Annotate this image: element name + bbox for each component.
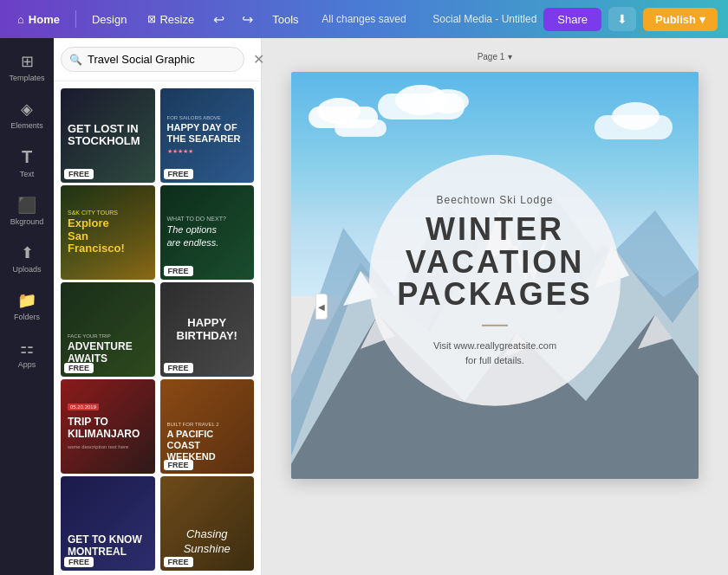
circle-divider: [482, 325, 508, 326]
text-label: Text: [20, 170, 35, 178]
tools-button[interactable]: Tools: [265, 10, 305, 29]
nav-divider-1: [75, 10, 76, 28]
design-button[interactable]: Design: [85, 10, 133, 29]
search-wrapper: 🔍: [61, 47, 244, 72]
left-sidebar: ⊞ Templates ◈ Elements T Text ⬛ Bkground…: [0, 38, 54, 575]
templates-grid: GET LOST INSTOCKHOLM FREE FOR SAILORS AB…: [54, 81, 261, 575]
download-button[interactable]: ⬇: [608, 7, 636, 31]
home-label: Home: [29, 13, 60, 26]
search-icon: 🔍: [69, 54, 82, 66]
publish-chevron-icon: ▾: [699, 13, 705, 26]
free-badge: FREE: [164, 266, 193, 276]
resize-icon: ⊠: [147, 13, 156, 25]
undo-button[interactable]: ↩: [208, 8, 230, 31]
sidebar-item-apps[interactable]: ⚏ Apps: [3, 332, 50, 376]
canvas-area: Page 1 ▾: [262, 38, 728, 575]
document-title: Social Media - Untitled: [432, 13, 536, 25]
panel-collapse-button[interactable]: ◀: [315, 294, 328, 320]
page-label: Page 1: [478, 52, 505, 61]
resize-button[interactable]: ⊠ Resize: [140, 10, 201, 29]
background-label: Bkground: [10, 217, 44, 226]
home-button[interactable]: ⌂ Home: [10, 10, 67, 29]
template-card[interactable]: ChasingSunshine FREE: [160, 476, 255, 571]
free-badge: FREE: [164, 169, 193, 179]
search-input[interactable]: [61, 47, 244, 72]
design-canvas[interactable]: Beechtown Ski Lodge WINTERVACATIONPACKAG…: [291, 72, 699, 479]
template-card[interactable]: WHAT TO DO NEXT? The optionsare endless.…: [160, 185, 255, 280]
sidebar-item-folders[interactable]: 📁 Folders: [3, 284, 50, 328]
download-icon: ⬇: [617, 12, 627, 26]
sidebar-item-templates[interactable]: ⊞ Templates: [3, 45, 50, 89]
template-card[interactable]: GET TO KNOWMONTREAL FREE: [61, 476, 155, 571]
vacation-title: WINTERVACATIONPACKAGES: [397, 213, 592, 311]
template-card[interactable]: 05.20.2019 TRIP TOKILIMANJARO some descr…: [61, 379, 155, 474]
text-icon: T: [22, 147, 32, 167]
apps-label: Apps: [18, 360, 36, 369]
template-card[interactable]: HAPPYBIRTHDAY! FREE: [160, 282, 255, 377]
template-card[interactable]: BUILT FOR TRAVEL 2 A PACIFIC COASTWEEKEN…: [160, 379, 255, 474]
resize-label: Resize: [159, 13, 194, 26]
template-card[interactable]: FOR SAILORS ABOVE HAPPY DAY OFTHE SEAFAR…: [160, 88, 255, 183]
uploads-label: Uploads: [12, 265, 41, 274]
search-clear-button[interactable]: ✕: [250, 51, 268, 68]
uploads-icon: ⬆: [21, 243, 34, 262]
free-badge: FREE: [164, 363, 193, 373]
page-chevron-icon: ▾: [508, 52, 512, 61]
tools-label: Tools: [272, 13, 298, 26]
page-indicator[interactable]: Page 1 ▾: [478, 52, 513, 61]
free-badge: FREE: [164, 460, 193, 470]
folders-label: Folders: [14, 313, 40, 321]
free-badge: FREE: [64, 169, 94, 179]
cta-text: Visit www.reallygreatsite.comfor full de…: [433, 339, 556, 367]
publish-label: Publish: [655, 13, 696, 26]
design-label: Design: [92, 13, 127, 26]
nav-actions: Share ⬇ Publish ▾: [543, 7, 718, 31]
circle-overlay: Beechtown Ski Lodge WINTERVACATIONPACKAG…: [369, 155, 621, 406]
apps-icon: ⚏: [20, 339, 34, 358]
ski-lodge-name: Beechtown Ski Lodge: [436, 194, 553, 206]
background-icon: ⬛: [17, 196, 36, 215]
free-badge: FREE: [64, 557, 94, 567]
sidebar-item-elements[interactable]: ◈ Elements: [3, 93, 50, 137]
top-nav: ⌂ Home Design ⊠ Resize ↩ ↪ Tools All cha…: [0, 0, 728, 38]
sidebar-item-text[interactable]: T Text: [3, 140, 50, 185]
template-card[interactable]: GET LOST INSTOCKHOLM FREE: [61, 88, 155, 183]
sidebar-item-uploads[interactable]: ⬆ Uploads: [3, 236, 50, 281]
template-card[interactable]: FACE YOUR TRIP ADVENTUREAWAITS FREE: [61, 282, 155, 377]
template-panel: 🔍 ✕ GET LOST INSTOCKHOLM FREE FOR SAILOR…: [54, 38, 262, 575]
publish-button[interactable]: Publish ▾: [643, 8, 718, 31]
sidebar-item-background[interactable]: ⬛ Bkground: [3, 189, 50, 233]
main-layout: ⊞ Templates ◈ Elements T Text ⬛ Bkground…: [0, 38, 728, 575]
free-badge: FREE: [164, 557, 193, 567]
elements-icon: ◈: [21, 100, 33, 119]
template-card[interactable]: S&K City Tours ExploreSanFrancisco!: [61, 185, 155, 280]
share-button[interactable]: Share: [543, 8, 601, 31]
search-bar: 🔍 ✕: [54, 38, 261, 81]
templates-label: Templates: [9, 74, 44, 82]
folders-icon: 📁: [17, 291, 36, 310]
free-badge: FREE: [64, 363, 94, 373]
templates-icon: ⊞: [21, 52, 34, 71]
autosave-text: All changes saved: [322, 13, 406, 25]
elements-label: Elements: [10, 121, 43, 130]
redo-button[interactable]: ↪: [237, 8, 258, 31]
home-icon: ⌂: [17, 13, 24, 26]
